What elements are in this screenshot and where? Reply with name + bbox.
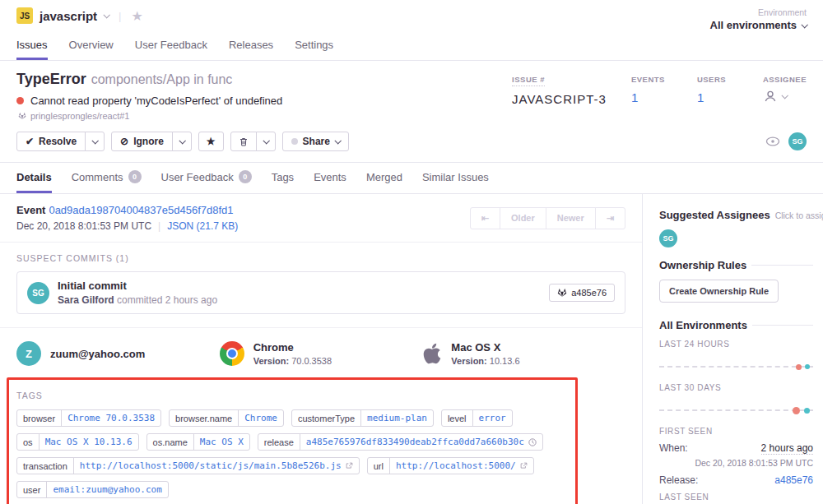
user-icon	[763, 89, 778, 104]
latest-event-button[interactable]: ⇥	[595, 207, 625, 229]
tag-url[interactable]: urlhttp://localhost:5000/	[367, 457, 534, 474]
nav-item-releases[interactable]: Releases	[229, 39, 273, 60]
delete-button[interactable]	[230, 132, 257, 151]
nav-item-user-feedback[interactable]: User Feedback	[135, 39, 207, 60]
commit-title: Initial commit	[58, 280, 541, 292]
eye-icon[interactable]	[765, 136, 780, 146]
environment-selector[interactable]: All environments	[710, 19, 807, 31]
tag-transaction[interactable]: transactionhttp://localhost:5000/static/…	[16, 457, 360, 474]
bookmark-star-icon[interactable]: ★	[131, 8, 142, 24]
chevron-down-icon[interactable]	[104, 12, 110, 18]
users-count[interactable]: 1	[697, 90, 704, 104]
first-seen-heading: FIRST SEEN	[659, 427, 813, 436]
tab-user-feedback[interactable]: User Feedback0	[161, 170, 252, 193]
tag-user[interactable]: useremail:zuum@yahoo.com	[16, 481, 169, 498]
tag-browser-name[interactable]: browser.nameChrome	[169, 409, 284, 427]
chevron-down-icon	[801, 21, 807, 28]
user-feedback-count-badge: 0	[239, 170, 252, 183]
issue-stats: ISSUE # JAVASCRIPT-3 EVENTS 1 USERS 1 AS…	[512, 71, 807, 121]
share-button[interactable]: Share	[282, 132, 349, 151]
external-link-icon	[346, 462, 353, 469]
event-contexts: Z zuum@yahoo.com Chrome Version: 70.0.35…	[0, 327, 642, 380]
commit-author: Sara Gilford	[58, 294, 114, 306]
spike-dot-red	[793, 407, 800, 414]
events-label: EVENTS	[631, 75, 665, 84]
spike-dot-teal	[804, 408, 810, 414]
tag-customer-type[interactable]: customerTypemedium-plan	[291, 409, 434, 427]
tag-os[interactable]: osMac OS X 10.13.6	[16, 433, 139, 451]
browser-name: Chrome	[253, 341, 332, 354]
tag-level[interactable]: levelerror	[441, 409, 513, 427]
resolve-button[interactable]: ✔Resolve	[16, 132, 86, 151]
suggested-assignee-avatar[interactable]: SG	[659, 229, 677, 247]
tags-heading: TAGS	[16, 391, 625, 400]
project-name[interactable]: javascript	[40, 9, 97, 23]
click-to-assign-note: Click to assign	[775, 210, 823, 220]
star-button[interactable]: ★	[198, 132, 224, 151]
event-json-link[interactable]: JSON (21.7 KB)	[167, 220, 238, 232]
spike-dot-teal	[805, 364, 810, 369]
ignore-dropdown-button[interactable]	[172, 132, 192, 151]
project-platform-icon: JS	[16, 7, 33, 24]
first-seen-block: FIRST SEEN When:2 hours ago Dec 20, 2018…	[659, 427, 813, 486]
apple-icon	[422, 342, 442, 365]
user-email: zuum@yahoo.com	[50, 348, 145, 360]
tab-comments[interactable]: Comments0	[72, 170, 142, 193]
older-event-button[interactable]: Older	[500, 207, 546, 229]
events-count[interactable]: 1	[631, 90, 638, 104]
assignee-dropdown[interactable]	[763, 89, 807, 104]
ownership-rules-title: Ownership Rules	[659, 259, 746, 271]
divider: |	[119, 10, 121, 22]
issue-header: TypeErrorcomponents/App in func Cannot r…	[0, 61, 823, 163]
issue-annotation[interactable]: pringlesprongles/react#1	[30, 111, 129, 121]
tab-similar-issues[interactable]: Similar Issues	[422, 170, 489, 193]
ignore-button[interactable]: ⊘Ignore	[111, 132, 173, 151]
tag-os-name[interactable]: os.nameMac OS X	[146, 433, 250, 451]
environment-value: All environments	[710, 19, 797, 31]
nav-item-overview[interactable]: Overview	[69, 39, 114, 60]
gitlab-icon	[557, 288, 567, 298]
last-30d-sparkline	[659, 396, 813, 418]
tab-details[interactable]: Details	[16, 170, 52, 193]
create-ownership-rule-button[interactable]: Create Ownership Rule	[659, 280, 779, 303]
issue-number: JAVASCRIPT-3	[512, 92, 607, 106]
tag-browser[interactable]: browserChrome 70.0.3538	[16, 409, 161, 427]
suspect-commits-section: SUSPECT COMMITS (1) SG Initial commit Sa…	[0, 243, 642, 314]
tag-release[interactable]: releasea485e765976df833490deab2ffca0dd7a…	[258, 433, 543, 451]
issue-number-label: ISSUE #	[512, 75, 545, 86]
first-seen-absolute: Dec 20, 2018 8:01:53 PM UTC	[659, 458, 813, 468]
nav-item-issues[interactable]: Issues	[16, 39, 48, 60]
suggested-assignees-title: Suggested Assignees	[659, 209, 770, 221]
nav-item-settings[interactable]: Settings	[295, 39, 333, 60]
tags-section: TAGS browserChrome 70.0.3538 browser.nam…	[0, 380, 642, 504]
last-seen-heading: LAST SEEN	[659, 492, 813, 502]
trash-icon	[239, 136, 249, 147]
check-icon: ✔	[26, 136, 34, 147]
last-24h-label: LAST 24 HOURS	[659, 340, 813, 349]
resolve-dropdown-button[interactable]	[85, 132, 105, 151]
tab-tags[interactable]: Tags	[272, 170, 294, 193]
comments-count-badge: 0	[128, 170, 142, 183]
event-id-link[interactable]: 0ad9ada198704004837e5d456f7d8fd1	[49, 204, 233, 216]
os-name: Mac OS X	[451, 341, 519, 354]
event-date: Dec 20, 2018 8:01:53 PM UTC	[16, 220, 151, 232]
oldest-event-button[interactable]: ⇤	[470, 207, 500, 229]
last-seen-block: LAST SEEN When:2 hours ago Dec 20, 2018 …	[659, 492, 813, 504]
tab-merged[interactable]: Merged	[366, 170, 402, 193]
issue-tabs: Details Comments0 User Feedback0 Tags Ev…	[0, 163, 823, 194]
share-status-dot-icon	[291, 138, 298, 145]
mute-icon: ⊘	[120, 136, 128, 147]
first-seen-release-link[interactable]: a485e76	[774, 474, 813, 486]
event-label: Event	[16, 204, 45, 216]
delete-dropdown-button[interactable]	[256, 132, 276, 151]
commit-sha-button[interactable]: a485e76	[549, 284, 615, 302]
commit-author-avatar: SG	[27, 282, 49, 304]
app-header: JS javascript | ★ Environment All enviro…	[0, 0, 823, 61]
os-version: 10.13.6	[490, 356, 520, 366]
environment-label: Environment	[710, 7, 807, 17]
tab-events[interactable]: Events	[314, 170, 346, 193]
clock-icon	[528, 438, 537, 446]
newer-event-button[interactable]: Newer	[546, 207, 596, 229]
context-user: Z zuum@yahoo.com	[16, 341, 220, 366]
viewer-avatar[interactable]: SG	[788, 132, 807, 150]
